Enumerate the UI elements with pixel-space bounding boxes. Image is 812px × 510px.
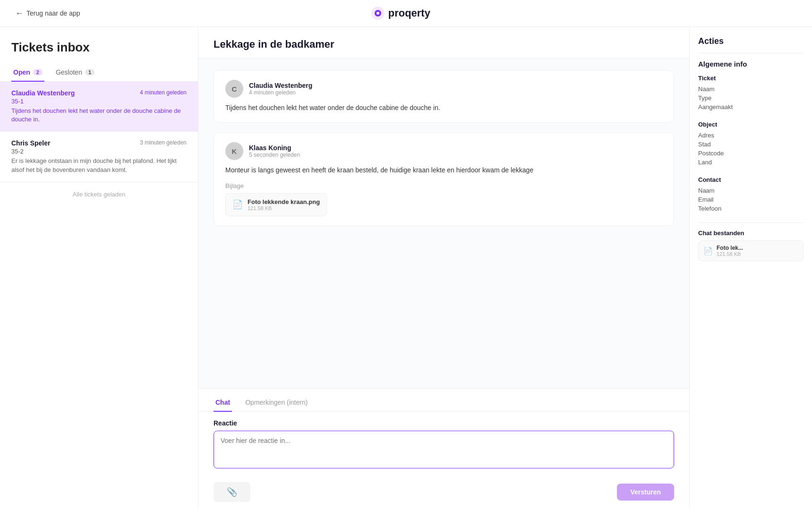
chat-bestand-icon: 📄 [703, 246, 713, 255]
contact-group: Contact Naam Email Telefoon [698, 176, 803, 212]
contact-field-telefoon: Telefoon [698, 205, 803, 212]
ticket-item-claudia[interactable]: Claudia Westenberg 4 minuten geleden 35-… [0, 82, 198, 132]
tab-open-badge: 2 [33, 69, 43, 76]
ticket-field-naam: Naam [698, 85, 803, 93]
logo-text: proqerty [388, 7, 430, 19]
object-field-land: Land [698, 159, 803, 166]
right-panel: Acties Algemene info Ticket Naam Type Aa… [689, 27, 812, 509]
attachment-file: 📄 Foto lekkende kraan.png 121.58 KB [225, 193, 327, 216]
ticket-time-chris: 3 minuten geleden [140, 139, 187, 146]
tab-chat[interactable]: Chat [214, 395, 232, 412]
ticket-title: Lekkage in de badkamer [214, 38, 674, 51]
chat-bestand-size: 121.58 KB [717, 251, 743, 257]
avatar-claudia: C [225, 80, 243, 98]
contact-field-email: Email [698, 196, 803, 203]
send-button[interactable]: Versturen [617, 484, 674, 501]
chat-bestand-file: 📄 Foto lek... 121.58 KB [698, 240, 803, 261]
logo-icon [371, 7, 385, 20]
chat-actions: 📎 Versturen [198, 477, 689, 509]
message-meta-1: Claudia Westenberg 4 minuten geleden [249, 82, 312, 96]
chat-tabs: Chat Opmerkingen (intern) [198, 389, 689, 412]
back-link[interactable]: ← Terug naar de app [15, 8, 80, 18]
chat-form: Reactie [198, 412, 689, 477]
acties-title: Acties [698, 36, 803, 46]
reactie-textarea[interactable] [214, 431, 674, 468]
top-nav: ← Terug naar de app proqerty [0, 0, 812, 27]
all-loaded-label: Alle tickets geladen [0, 182, 198, 206]
ticket-name-chris: Chris Speler [11, 139, 50, 147]
message-body-1: Tijdens het douchen lekt het water onder… [225, 102, 662, 113]
ticket-group: Ticket Naam Type Aangemaakt [698, 75, 803, 110]
divider-2 [698, 222, 803, 223]
tab-chat-label: Chat [215, 399, 230, 406]
message-time-1: 4 minuten geleden [249, 89, 312, 96]
message-meta-2: Klaas Koning 5 seconden geleden [249, 144, 300, 158]
message-time-2: 5 seconden geleden [249, 152, 300, 158]
chat-bestand-info: Foto lek... 121.58 KB [717, 245, 743, 257]
message-card-2: K Klaas Koning 5 seconden geleden Monteu… [214, 132, 674, 226]
back-arrow-icon: ← [15, 8, 24, 18]
main-content: Lekkage in de badkamer C Claudia Westenb… [198, 27, 689, 509]
ticket-field-type: Type [698, 94, 803, 102]
file-name: Foto lekkende kraan.png [248, 198, 320, 205]
reactie-label: Reactie [214, 419, 674, 427]
tabs-row: Open 2 Gesloten 1 [0, 64, 198, 82]
object-group-label: Object [698, 121, 803, 128]
sidebar-title: Tickets inbox [0, 40, 198, 64]
chat-bestanden-group: Chat bestanden 📄 Foto lek... 121.58 KB [698, 230, 803, 261]
logo: proqerty [371, 7, 430, 20]
ticket-item-chris[interactable]: Chris Speler 3 minuten geleden 35-2 Er i… [0, 132, 198, 182]
file-info: Foto lekkende kraan.png 121.58 KB [248, 198, 320, 211]
back-label: Terug naar de app [26, 9, 80, 17]
attachment-label: Bijlage [225, 182, 662, 189]
ticket-name-claudia: Claudia Westenberg [11, 89, 75, 97]
sidebar: Tickets inbox Open 2 Gesloten 1 Claudia … [0, 27, 198, 509]
message-author-2: Klaas Koning [249, 144, 300, 152]
attach-button[interactable]: 📎 [214, 482, 250, 502]
svg-point-2 [376, 12, 379, 15]
object-field-stad: Stad [698, 141, 803, 148]
object-group: Object Adres Stad Postcode Land [698, 121, 803, 166]
contact-group-label: Contact [698, 176, 803, 183]
ticket-group-label: Ticket [698, 75, 803, 82]
tab-gesloten[interactable]: Gesloten 1 [54, 65, 96, 82]
message-author-1: Claudia Westenberg [249, 82, 312, 89]
ticket-time-claudia: 4 minuten geleden [140, 89, 187, 96]
file-icon: 📄 [232, 199, 243, 210]
object-field-postcode: Postcode [698, 150, 803, 157]
tab-opmerkingen[interactable]: Opmerkingen (intern) [243, 395, 309, 412]
chat-bestanden-label: Chat bestanden [698, 230, 803, 237]
message-card-1: C Claudia Westenberg 4 minuten geleden T… [214, 70, 674, 123]
file-size: 121.58 KB [248, 205, 320, 211]
tab-opmerkingen-label: Opmerkingen (intern) [245, 399, 308, 406]
contact-field-naam: Naam [698, 187, 803, 194]
tab-gesloten-badge: 1 [85, 69, 94, 76]
ticket-unit-claudia: 35-1 [11, 98, 187, 105]
main-layout: Tickets inbox Open 2 Gesloten 1 Claudia … [0, 27, 812, 509]
avatar-klaas: K [225, 142, 243, 160]
tab-open[interactable]: Open 2 [11, 65, 44, 82]
chat-bestand-name: Foto lek... [717, 245, 743, 251]
chat-area: Chat Opmerkingen (intern) Reactie 📎 Vers… [198, 388, 689, 509]
messages-area: C Claudia Westenberg 4 minuten geleden T… [198, 59, 689, 388]
ticket-unit-chris: 35-2 [11, 148, 187, 155]
tab-gesloten-label: Gesloten [56, 68, 82, 76]
ticket-preview-chris: Er is lekkage ontstaan in mijn douche bi… [11, 157, 187, 174]
message-body-2: Monteur is langs geweest en heeft de kra… [225, 165, 662, 175]
algemene-info-title: Algemene info [698, 60, 803, 68]
ticket-preview-claudia: Tijdens het douchen lekt het water onder… [11, 107, 187, 124]
ticket-header: Lekkage in de badkamer [198, 27, 689, 59]
object-field-adres: Adres [698, 132, 803, 139]
tab-open-label: Open [13, 68, 30, 76]
ticket-field-aangemaakt: Aangemaakt [698, 103, 803, 110]
divider-1 [698, 53, 803, 53]
